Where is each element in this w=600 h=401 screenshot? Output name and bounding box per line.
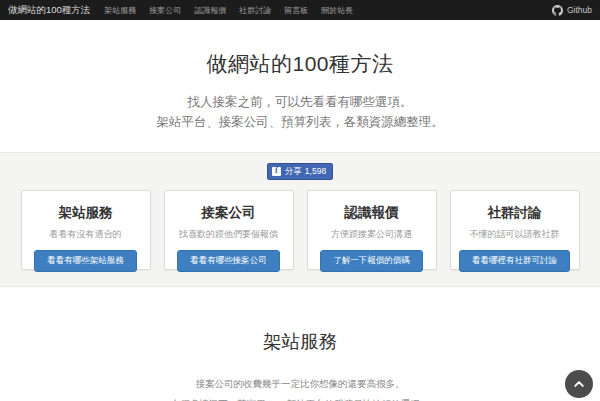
hero-subtitle: 找人接案之前，可以先看看有哪些選項。 架站平台、接案公司、預算列表，各類資源總整…: [0, 92, 600, 132]
cards-row: 架站服務 看看有沒有適合的 看看有哪些架站服務 接案公司 找喜歡的跟他們要個報價…: [0, 190, 600, 270]
section-paragraph-line2: 在很多情況下，其實用 DIY 架站平台的服務是比較好的選擇。: [0, 394, 600, 401]
card-agencies: 接案公司 找喜歡的跟他們要個報價 看看有哪些接案公司: [164, 190, 294, 270]
facebook-share-button[interactable]: f 分享 1,598: [267, 163, 333, 180]
page-title: 做網站的100種方法: [0, 50, 600, 78]
hero-section: 做網站的100種方法 找人接案之前，可以先看看有哪些選項。 架站平台、接案公司、…: [0, 20, 600, 152]
navbar-brand[interactable]: 做網站的100種方法: [8, 4, 90, 17]
navbar: 做網站的100種方法 架站服務 接案公司 認識報價 社群討論 留言板 關於站長 …: [0, 0, 600, 20]
github-octocat-icon: [552, 5, 563, 16]
share-label: 分享: [285, 166, 302, 177]
nav-item-agencies[interactable]: 接案公司: [149, 5, 181, 16]
hero-subtitle-line1: 找人接案之前，可以先看看有哪些選項。: [0, 92, 600, 112]
card-pricing-button[interactable]: 了解一下報價的價碼: [320, 250, 423, 272]
github-link-label: Github: [567, 5, 592, 15]
card-title: 接案公司: [165, 204, 293, 222]
section-paragraph-line1: 接案公司的收費幾乎一定比你想像的還要高很多。: [0, 374, 600, 394]
chevron-up-icon: [573, 378, 585, 390]
nav-item-about[interactable]: 關於站長: [321, 5, 353, 16]
card-hosting-button[interactable]: 看看有哪些架站服務: [34, 250, 137, 272]
nav-item-pricing[interactable]: 認識報價: [194, 5, 226, 16]
card-agencies-button[interactable]: 看看有哪些接案公司: [177, 250, 280, 272]
hosting-section: 架站服務 接案公司的收費幾乎一定比你想像的還要高很多。 在很多情況下，其實用 D…: [0, 287, 600, 401]
nav-item-hosting[interactable]: 架站服務: [104, 5, 136, 16]
section-paragraph: 接案公司的收費幾乎一定比你想像的還要高很多。 在很多情況下，其實用 DIY 架站…: [0, 374, 600, 401]
card-description: 看看有沒有適合的: [22, 228, 150, 241]
nav-item-community[interactable]: 社群討論: [239, 5, 271, 16]
section-title: 架站服務: [0, 329, 600, 354]
nav-links: 架站服務 接案公司 認識報價 社群討論 留言板 關於站長: [104, 5, 366, 16]
card-title: 社群討論: [451, 204, 579, 222]
share-count: 1,598: [305, 166, 326, 177]
card-pricing: 認識報價 方便跟接案公司溝通 了解一下報價的價碼: [307, 190, 437, 270]
facebook-f-icon: f: [272, 167, 281, 176]
card-community: 社群討論 不懂的話可以請教社群 看看哪裡有社群可討論: [450, 190, 580, 270]
hero-subtitle-line2: 架站平台、接案公司、預算列表，各類資源總整理。: [0, 112, 600, 132]
nav-item-guestbook[interactable]: 留言板: [284, 5, 308, 16]
scroll-to-top-button[interactable]: [565, 370, 593, 398]
card-hosting: 架站服務 看看有沒有適合的 看看有哪些架站服務: [21, 190, 151, 270]
card-description: 不懂的話可以請教社群: [451, 228, 579, 241]
card-description: 方便跟接案公司溝通: [308, 228, 436, 241]
card-description: 找喜歡的跟他們要個報價: [165, 228, 293, 241]
card-title: 架站服務: [22, 204, 150, 222]
github-link[interactable]: Github: [552, 5, 592, 16]
cards-band: f 分享 1,598 架站服務 看看有沒有適合的 看看有哪些架站服務 接案公司 …: [0, 152, 600, 287]
share-row: f 分享 1,598: [0, 159, 600, 180]
card-title: 認識報價: [308, 204, 436, 222]
card-community-button[interactable]: 看看哪裡有社群可討論: [459, 250, 570, 272]
